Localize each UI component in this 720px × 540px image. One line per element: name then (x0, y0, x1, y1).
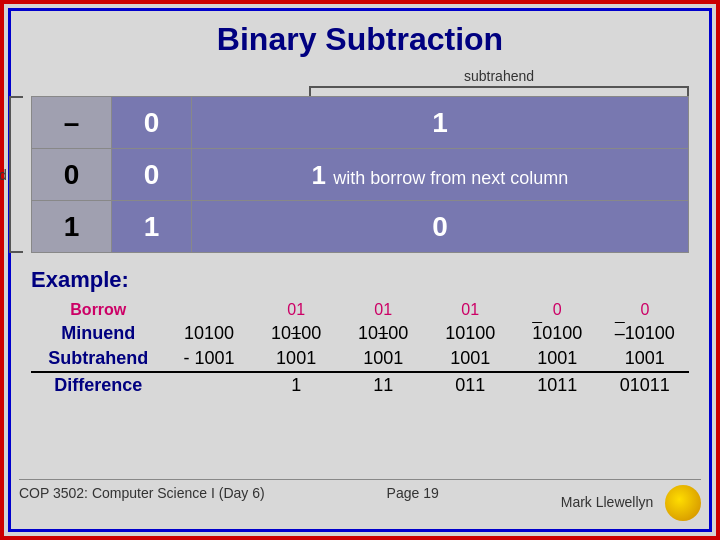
borrow-col1: 01 (253, 299, 340, 321)
sub-col2: 1001 (340, 346, 427, 372)
borrow-col0 (166, 299, 253, 321)
right-cell: 1 with borrow from next column (192, 149, 689, 201)
minuend-label: Minuend (31, 321, 166, 346)
diff-col2: 11 (340, 372, 427, 398)
minuend-brace (9, 96, 23, 253)
left-cell: 0 (112, 149, 192, 201)
subtrahend-label: Subtrahend (31, 346, 166, 372)
example-title: Example: (31, 267, 689, 293)
borrow-col5: 0 (601, 299, 689, 321)
subtrahend-label: subtrahend (309, 68, 689, 84)
outer-border: Binary Subtraction subtrahend minuend – … (0, 0, 720, 540)
subtrahend-brace (309, 86, 689, 96)
borrow-col2: 01 (340, 299, 427, 321)
logo-icon (665, 485, 701, 521)
borrow-col4: 0 (514, 299, 601, 321)
operator-cell: – (32, 97, 112, 149)
minuend-col4: 10100 (514, 321, 601, 346)
example-table: Borrow 01 01 01 0 0 Minuend 10100 10100 … (31, 299, 689, 398)
table-row: – 0 1 (32, 97, 689, 149)
binary-table: – 0 1 0 0 1 with borrow from next column (31, 96, 689, 253)
minuend-col0: 10100 (166, 321, 253, 346)
diff-col4: 1011 (514, 372, 601, 398)
footer-right-text: Mark Llewellyn (561, 494, 654, 510)
minuend-row: Minuend 10100 10100 10100 10100 10100 –1… (31, 321, 689, 346)
diff-col3: 011 (427, 372, 514, 398)
footer-center: Page 19 (387, 485, 439, 521)
operator-cell: 1 (32, 201, 112, 253)
minuend-col5: –10100 (601, 321, 689, 346)
sub-col0: - 1001 (166, 346, 253, 372)
sub-col4: 1001 (514, 346, 601, 372)
page-title: Binary Subtraction (31, 21, 689, 58)
diff-col0 (166, 372, 253, 398)
borrow-row: Borrow 01 01 01 0 0 (31, 299, 689, 321)
inner-border: Binary Subtraction subtrahend minuend – … (8, 8, 712, 532)
difference-row: Difference 1 11 011 1011 01011 (31, 372, 689, 398)
example-section: Example: Borrow 01 01 01 0 0 Mi (31, 267, 689, 398)
right-cell: 0 (192, 201, 689, 253)
diff-col5: 01011 (601, 372, 689, 398)
minuend-col3: 10100 (427, 321, 514, 346)
footer-left: COP 3502: Computer Science I (Day 6) (19, 485, 265, 521)
sub-col3: 1001 (427, 346, 514, 372)
minuend-wrapper: minuend – 0 1 0 0 1 with borrow from ne (31, 96, 689, 253)
right-cell: 1 (192, 97, 689, 149)
diff-col1: 1 (253, 372, 340, 398)
borrow-label: Borrow (31, 299, 166, 321)
table-row: 1 1 0 (32, 201, 689, 253)
sub-col5: 1001 (601, 346, 689, 372)
table-section: subtrahend minuend – 0 1 0 0 (31, 68, 689, 253)
sub-col1: 1001 (253, 346, 340, 372)
minuend-label: minuend (0, 167, 7, 183)
left-cell: 1 (112, 201, 192, 253)
minuend-col1: 10100 (253, 321, 340, 346)
left-cell: 0 (112, 97, 192, 149)
minuend-col2: 10100 (340, 321, 427, 346)
borrow-col3: 01 (427, 299, 514, 321)
footer-right: Mark Llewellyn (561, 485, 701, 521)
operator-cell: 0 (32, 149, 112, 201)
difference-label: Difference (31, 372, 166, 398)
footer: COP 3502: Computer Science I (Day 6) Pag… (19, 479, 701, 521)
subtrahend-row: Subtrahend - 1001 1001 1001 1001 1001 10… (31, 346, 689, 372)
cell-text: 1 with borrow from next column (312, 160, 569, 190)
table-row: 0 0 1 with borrow from next column (32, 149, 689, 201)
